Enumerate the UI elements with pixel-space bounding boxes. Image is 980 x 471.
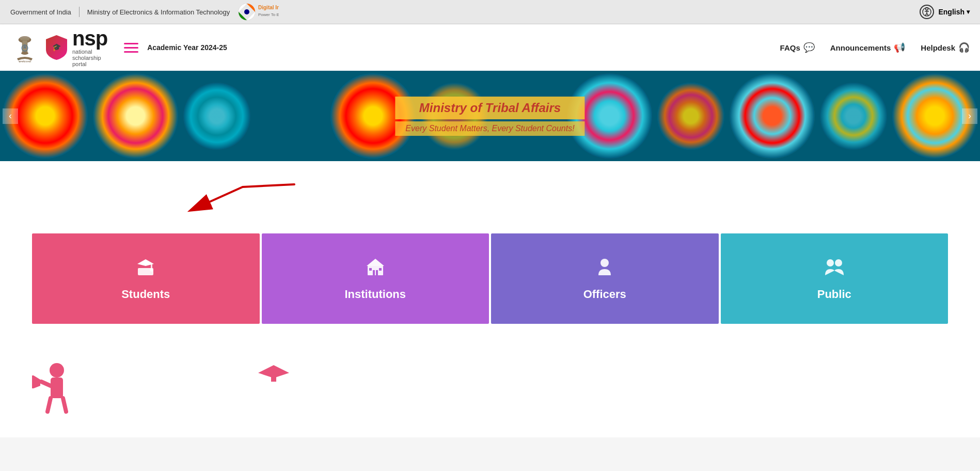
- hamburger-menu[interactable]: [124, 43, 138, 53]
- mandala-7: [657, 83, 724, 150]
- divider-1: [79, 7, 80, 17]
- gov-label: Government of India: [10, 8, 71, 16]
- arrow-annotation-container: [31, 182, 949, 228]
- banner-subtitle: Every Student Matters, Every Student Cou…: [395, 121, 584, 136]
- announcements-link[interactable]: Announcements 📢: [830, 42, 906, 53]
- figure-graduate: [248, 360, 299, 422]
- svg-point-14: [21, 52, 28, 55]
- svg-rect-38: [271, 370, 276, 382]
- svg-rect-28: [379, 268, 382, 271]
- svg-marker-24: [367, 259, 384, 266]
- institutions-icon: [365, 257, 386, 281]
- public-label: Public: [817, 288, 851, 301]
- svg-point-29: [600, 259, 609, 267]
- banner-next-button[interactable]: ›: [962, 108, 977, 124]
- svg-line-35: [63, 398, 66, 412]
- helpdesk-icon: 🎧: [958, 42, 970, 53]
- announcer-figure-icon: [31, 360, 83, 422]
- students-card[interactable]: Students: [32, 233, 260, 324]
- svg-text:Digital India: Digital India: [258, 5, 279, 10]
- india-emblem: सत्यमेव जयते: [10, 32, 39, 63]
- officers-card[interactable]: Officers: [491, 233, 719, 324]
- svg-rect-12: [21, 38, 29, 40]
- faqs-icon: 💬: [803, 42, 815, 53]
- svg-text:🎓: 🎓: [52, 43, 61, 52]
- svg-line-36: [41, 382, 51, 386]
- bottom-section: [0, 344, 980, 437]
- faqs-label: FAQs: [780, 43, 800, 52]
- mandala-3: [183, 83, 250, 150]
- mandala-9: [820, 83, 887, 150]
- banner-center-text: Ministry of Tribal Affairs Every Student…: [395, 97, 584, 136]
- mandala-8: [730, 73, 815, 159]
- graduate-figure-icon: [248, 360, 299, 412]
- officers-icon: [594, 257, 615, 281]
- nsp-full-1: national: [72, 49, 107, 55]
- faqs-link[interactable]: FAQs 💬: [780, 42, 815, 53]
- figure-announcer: [31, 360, 83, 422]
- svg-text:Power To Empower: Power To Empower: [258, 12, 279, 17]
- svg-point-22: [150, 269, 153, 272]
- public-icon: [823, 257, 846, 281]
- spacer: [114, 360, 217, 422]
- nsp-full-name: national scholarship portal: [72, 49, 107, 67]
- chevron-down-icon: ▾: [967, 8, 970, 15]
- header: सत्यमेव जयते 🎓: [0, 24, 980, 71]
- svg-text:सत्यमेव जयते: सत्यमेव जयते: [18, 60, 30, 62]
- announcements-icon: 📢: [894, 42, 905, 53]
- academic-year-label: Academic Year 2024-25: [147, 43, 227, 52]
- header-nav: FAQs 💬 Announcements 📢 Helpdesk 🎧: [780, 42, 970, 53]
- lang-label: English: [938, 8, 965, 16]
- ashoka-pillar-icon: सत्यमेव जयते: [12, 33, 38, 62]
- nsp-acronym: nsp: [72, 28, 107, 49]
- logo-area: सत्यमेव जयते 🎓: [10, 28, 780, 67]
- nsp-logo: 🎓 nsp national scholarship portal: [45, 28, 107, 67]
- language-selector[interactable]: English ▾: [938, 8, 970, 16]
- red-arrow-annotation: [57, 182, 315, 228]
- main-content: Students Institutions: [0, 161, 980, 344]
- svg-point-31: [835, 259, 842, 266]
- institutions-card[interactable]: Institutions: [262, 233, 489, 324]
- top-bar: Government of India Ministry of Electron…: [0, 0, 980, 24]
- top-bar-right: English ▾: [920, 5, 970, 19]
- svg-line-9: [927, 13, 928, 15]
- nsp-full-2: scholarship: [72, 55, 107, 61]
- institutions-label: Institutions: [344, 288, 406, 301]
- nsp-full-3: portal: [72, 61, 107, 67]
- hamburger-line-1: [124, 43, 138, 44]
- top-bar-left: Government of India Ministry of Electron…: [10, 3, 920, 21]
- svg-point-32: [50, 363, 64, 378]
- academic-year-text: Academic Year 2024-25: [147, 43, 227, 52]
- helpdesk-label: Helpdesk: [921, 43, 955, 52]
- nsp-text-area: nsp national scholarship portal: [72, 28, 107, 67]
- banner: Ministry of Tribal Affairs Every Student…: [0, 71, 980, 161]
- students-label: Students: [121, 288, 170, 301]
- officers-label: Officers: [583, 288, 626, 301]
- students-icon: [135, 257, 156, 281]
- svg-rect-26: [376, 270, 378, 275]
- cards-row: Students Institutions: [31, 233, 949, 324]
- accessibility-icon[interactable]: [920, 5, 934, 19]
- hamburger-line-2: [124, 47, 138, 49]
- svg-rect-21: [151, 264, 152, 269]
- svg-rect-25: [373, 270, 375, 275]
- svg-point-30: [827, 259, 834, 266]
- helpdesk-link[interactable]: Helpdesk 🎧: [921, 42, 970, 53]
- svg-rect-33: [51, 378, 63, 398]
- mandala-2: [93, 73, 178, 159]
- svg-line-34: [48, 398, 51, 412]
- announcements-label: Announcements: [830, 43, 891, 52]
- digital-india-icon: Digital India Power To Empower: [238, 3, 279, 21]
- svg-point-1: [244, 9, 249, 14]
- nsp-shield-icon: 🎓: [45, 34, 68, 61]
- svg-rect-27: [369, 268, 372, 271]
- banner-title: Ministry of Tribal Affairs: [395, 97, 584, 119]
- public-card[interactable]: Public: [721, 233, 949, 324]
- banner-prev-button[interactable]: ‹: [3, 108, 18, 124]
- digital-india-logo: Digital India Power To Empower: [238, 3, 279, 21]
- hamburger-line-3: [124, 51, 138, 53]
- ministry-label: Ministry of Electronics & Information Te…: [87, 8, 230, 16]
